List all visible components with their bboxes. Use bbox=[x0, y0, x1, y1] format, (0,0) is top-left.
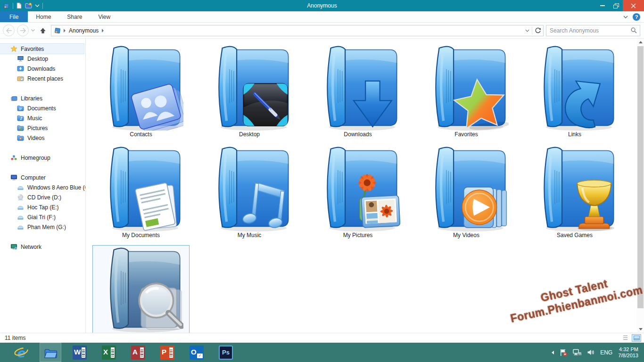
sidebar-item-network[interactable]: Network bbox=[0, 242, 85, 252]
sidebar-item-recent-places[interactable]: Recent places bbox=[0, 74, 85, 83]
properties-button-icon[interactable] bbox=[16, 2, 22, 9]
taskbar-access-button[interactable]: A bbox=[127, 343, 149, 362]
breadcrumb-arrow-icon[interactable] bbox=[102, 29, 104, 33]
music-folder-icon bbox=[17, 115, 24, 122]
desktop-icon bbox=[17, 55, 24, 62]
explorer-app-icon bbox=[3, 2, 10, 9]
sidebar-item-drive-f[interactable]: Giai Tri (F:) bbox=[0, 212, 85, 222]
search-input[interactable] bbox=[546, 25, 640, 36]
my-videos-folder-icon bbox=[424, 145, 509, 231]
close-button[interactable] bbox=[623, 0, 644, 11]
sidebar-item-videos[interactable]: Videos bbox=[0, 133, 85, 143]
taskbar-excel-button[interactable]: X bbox=[98, 343, 120, 362]
tab-file[interactable]: File bbox=[0, 11, 28, 22]
my-music-folder-item[interactable]: My Music bbox=[201, 144, 298, 244]
sidebar-item-homegroup[interactable]: Homegroup bbox=[0, 153, 85, 163]
videos-folder-icon bbox=[17, 134, 24, 141]
action-center-icon[interactable] bbox=[560, 349, 567, 356]
taskbar-outlook-button[interactable]: O✓ bbox=[186, 343, 207, 362]
sidebar-item-libraries[interactable]: Libraries bbox=[0, 93, 85, 103]
status-bar: 11 items bbox=[0, 333, 644, 343]
searches-folder-item[interactable] bbox=[92, 245, 190, 333]
search-box bbox=[546, 25, 640, 36]
my-pictures-folder-item[interactable]: My Pictures bbox=[309, 144, 406, 244]
sidebar-item-drive-c[interactable]: Windows 8 Aero Blue (C: bbox=[0, 182, 85, 192]
thumbnail-view-button[interactable] bbox=[632, 334, 641, 342]
language-indicator[interactable]: ENG bbox=[600, 349, 612, 356]
restore-button[interactable] bbox=[609, 0, 623, 11]
sidebar-item-music[interactable]: Music bbox=[0, 113, 85, 123]
new-folder-button-icon[interactable] bbox=[25, 2, 32, 9]
sidebar-item-cd-drive-d[interactable]: CD Drive (D:) bbox=[0, 192, 85, 202]
scroll-down-button[interactable] bbox=[637, 326, 644, 333]
links-folder-icon bbox=[532, 44, 617, 131]
word-icon: W bbox=[73, 346, 87, 360]
divider bbox=[42, 3, 43, 9]
drive-icon bbox=[17, 214, 24, 221]
divider bbox=[532, 27, 532, 34]
up-button[interactable] bbox=[37, 25, 49, 36]
taskbar-internet-explorer-button[interactable]: e bbox=[10, 343, 32, 362]
sidebar-item-drive-g[interactable]: Phan Mem (G:) bbox=[0, 222, 85, 232]
clock[interactable]: 4:32 PM 7/8/2013 bbox=[618, 346, 638, 359]
forward-arrow-icon bbox=[20, 28, 26, 33]
my-documents-folder-icon bbox=[99, 145, 183, 231]
favorites-folder-item[interactable]: Favorites bbox=[418, 43, 515, 143]
taskbar-photoshop-button[interactable]: Ps bbox=[215, 343, 237, 362]
help-button[interactable]: ? bbox=[633, 13, 640, 21]
desktop-folder-item[interactable]: Desktop bbox=[201, 43, 298, 143]
my-documents-folder-item[interactable]: My Documents bbox=[92, 144, 190, 244]
links-folder-item[interactable]: Links bbox=[526, 43, 623, 143]
sidebar-item-downloads[interactable]: Downloads bbox=[0, 64, 85, 74]
downloads-icon bbox=[17, 65, 24, 72]
recent-locations-chevron-icon[interactable] bbox=[31, 29, 35, 32]
network-icon[interactable] bbox=[573, 349, 581, 356]
sidebar-item-documents[interactable]: Documents bbox=[0, 103, 85, 113]
scroll-up-button[interactable] bbox=[637, 39, 644, 46]
tab-home[interactable]: Home bbox=[28, 11, 59, 22]
hidden-icons-button[interactable] bbox=[552, 351, 554, 354]
documents-folder-icon bbox=[17, 105, 24, 112]
taskbar-powerpoint-button[interactable]: P bbox=[157, 343, 178, 362]
expand-ribbon-chevron-icon[interactable] bbox=[623, 16, 628, 18]
sidebar-item-pictures[interactable]: Pictures bbox=[0, 123, 85, 133]
desktop-folder-icon bbox=[207, 44, 292, 131]
access-icon: A bbox=[131, 346, 145, 360]
qat-customize-chevron-icon[interactable] bbox=[35, 4, 40, 7]
sidebar-item-drive-e[interactable]: Hoc Tap (E:) bbox=[0, 202, 85, 212]
recent-places-icon bbox=[17, 75, 24, 82]
outlook-icon: O✓ bbox=[190, 346, 204, 360]
sidebar-item-desktop[interactable]: Desktop bbox=[0, 54, 85, 64]
tab-view[interactable]: View bbox=[90, 11, 118, 22]
contacts-folder-item[interactable]: Contacts bbox=[92, 43, 190, 143]
breadcrumb-current[interactable]: Anonymous bbox=[68, 27, 99, 34]
forward-button[interactable] bbox=[17, 25, 29, 36]
address-dropdown-chevron-icon[interactable] bbox=[525, 29, 529, 32]
divider bbox=[13, 3, 13, 9]
sidebar-item-computer[interactable]: Computer bbox=[0, 173, 85, 182]
minimize-button[interactable] bbox=[595, 0, 609, 11]
drive-icon bbox=[17, 204, 24, 211]
system-tray: ENG 4:32 PM 7/8/2013 bbox=[552, 346, 644, 359]
volume-icon[interactable] bbox=[587, 349, 594, 356]
user-folder-icon bbox=[54, 27, 61, 34]
my-videos-folder-item[interactable]: My Videos bbox=[418, 144, 515, 244]
computer-icon bbox=[10, 174, 17, 181]
details-view-button[interactable] bbox=[620, 334, 630, 342]
scrollbar-thumb[interactable] bbox=[637, 46, 644, 308]
address-bar[interactable]: Anonymous bbox=[51, 25, 544, 36]
saved-games-folder-icon bbox=[532, 145, 617, 231]
internet-explorer-icon: e bbox=[14, 346, 29, 360]
taskbar-file-explorer-button[interactable] bbox=[40, 343, 61, 362]
thumbnail-view-icon bbox=[634, 336, 640, 340]
taskbar-word-button[interactable]: W bbox=[69, 343, 91, 362]
refresh-button-icon[interactable] bbox=[535, 27, 541, 34]
back-button[interactable] bbox=[3, 25, 15, 36]
file-explorer-icon bbox=[43, 346, 58, 359]
breadcrumb-arrow-icon[interactable] bbox=[64, 29, 66, 33]
sidebar-item-favorites[interactable]: Favorites bbox=[0, 44, 84, 54]
saved-games-folder-item[interactable]: Saved Games bbox=[526, 144, 623, 244]
drive-icon bbox=[17, 184, 24, 191]
downloads-folder-item[interactable]: Downloads bbox=[309, 43, 406, 143]
tab-share[interactable]: Share bbox=[59, 11, 90, 22]
